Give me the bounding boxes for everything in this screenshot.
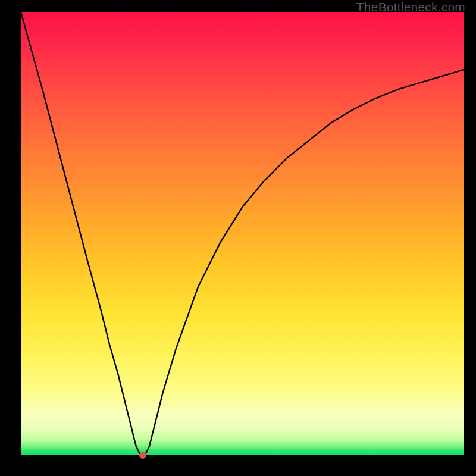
curve-layer (21, 12, 464, 455)
watermark-text: TheBottleneck.com (356, 0, 465, 14)
optimum-marker (139, 452, 146, 459)
bottleneck-curve (21, 12, 464, 455)
plot-area (21, 12, 464, 455)
chart-frame: TheBottleneck.com (0, 0, 476, 476)
